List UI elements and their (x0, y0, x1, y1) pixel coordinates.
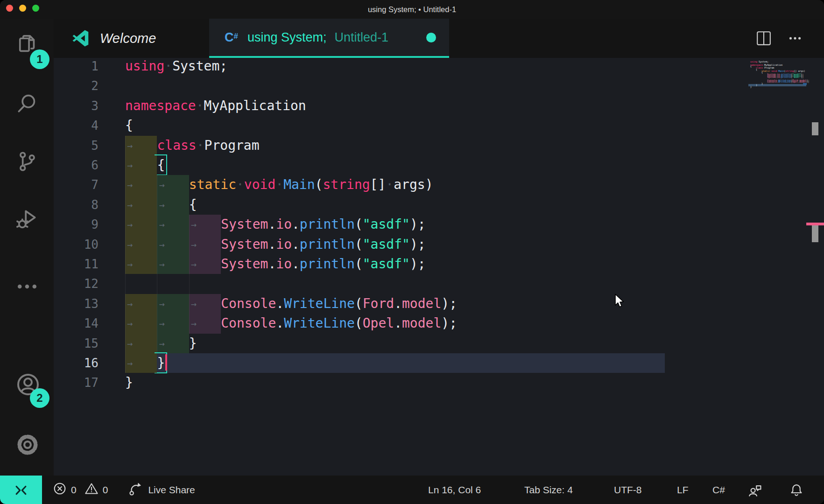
line-number[interactable]: 12 (54, 274, 99, 294)
settings-gear-icon[interactable] (15, 432, 39, 456)
code-line[interactable]: 16→} (54, 353, 824, 373)
tab-whitespace-icon: → (191, 215, 197, 234)
code-line[interactable]: 4{ (54, 116, 824, 135)
tab-size-status[interactable]: Tab Size: 4 (524, 476, 573, 504)
problems-status[interactable]: 0 0 Live Share (52, 476, 195, 504)
code-line[interactable]: 7→→static·void·Main(string[]·args) (54, 175, 824, 195)
code-line[interactable]: 5→class·Program (54, 136, 824, 155)
line-number[interactable]: 14 (54, 314, 99, 333)
remote-indicator[interactable] (0, 476, 42, 504)
window-title: using System; • Untitled-1 (0, 0, 824, 19)
line-number[interactable]: 15 (54, 334, 99, 353)
encoding-status[interactable]: UTF-8 (614, 476, 642, 504)
current-line-highlight (125, 353, 665, 373)
indent-block: → (189, 254, 221, 274)
code-editor[interactable]: 1using·System;23namespace·MyApplication4… (54, 58, 824, 476)
code-line[interactable]: 1using·System; (54, 58, 824, 76)
code-line-content: →} (125, 353, 167, 373)
code-token: System (221, 217, 268, 232)
code-line[interactable]: 8→→{ (54, 195, 824, 215)
line-number[interactable]: 8 (54, 195, 99, 215)
line-number[interactable]: 5 (54, 136, 99, 155)
run-debug-icon[interactable] (15, 207, 39, 231)
tab-welcome-label: Welcome (100, 31, 156, 46)
code-line-content: →→→Console.WriteLine(Ford.model); (125, 294, 457, 314)
line-number[interactable]: 3 (54, 96, 99, 116)
code-line[interactable]: 11→→→System.io.println("asdf"); (54, 254, 824, 274)
line-number[interactable]: 7 (54, 175, 99, 195)
line-number[interactable]: 1 (54, 58, 99, 76)
code-token: "asdf" (363, 256, 410, 272)
line-number[interactable]: 17 (54, 373, 99, 392)
tab-using-system-untitled-1[interactable]: C# using System; Untitled-1 (209, 19, 449, 58)
eol-status[interactable]: LF (677, 476, 689, 504)
code-line[interactable]: 12 (54, 274, 824, 294)
code-line[interactable]: 9→→→System.io.println("asdf"); (54, 215, 824, 234)
line-number[interactable]: 13 (54, 294, 99, 314)
split-editor-icon[interactable] (756, 30, 772, 46)
tab-bar: Welcome C# using System; Untitled-1 (54, 19, 824, 58)
code-line[interactable]: 15→→} (54, 334, 824, 353)
more-actions-icon[interactable] (787, 30, 803, 46)
code-line[interactable]: 17} (54, 373, 824, 392)
more-views-icon[interactable] (15, 274, 39, 299)
code-line-content: } (125, 373, 133, 392)
tab-whitespace-icon: → (127, 195, 133, 215)
language-mode-status[interactable]: C# (712, 476, 725, 504)
code-token: } (125, 375, 133, 390)
modified-dot-icon[interactable] (426, 33, 436, 42)
tab-whitespace-icon: → (159, 334, 164, 353)
code-token: Program (204, 138, 260, 153)
scrollbar-decoration-bottom[interactable] (812, 225, 818, 242)
line-number[interactable]: 16 (54, 353, 99, 373)
code-line[interactable]: 13→→→Console.WriteLine(Ford.model); (54, 294, 824, 314)
code-token: namespace (125, 98, 196, 113)
search-icon[interactable] (15, 91, 39, 116)
code-line[interactable]: 6→{ (54, 155, 824, 175)
code-token: args (394, 177, 425, 192)
code-token: . (268, 217, 276, 232)
code-line[interactable]: 2 (54, 76, 824, 96)
code-token: ); (410, 237, 426, 252)
code-token: ( (355, 217, 363, 232)
code-line-content: →→→System.io.println("asdf"); (125, 235, 426, 254)
line-number[interactable]: 2 (54, 76, 99, 96)
indent-block: → (125, 235, 157, 254)
indent-block: → (157, 195, 189, 215)
remote-icon (14, 483, 28, 497)
code-token: Console (221, 296, 276, 311)
titlebar[interactable]: using System; • Untitled-1 (0, 0, 824, 19)
code-token: · (386, 177, 394, 192)
tab-whitespace-icon: → (159, 294, 164, 314)
cursor-position-status[interactable]: Ln 16, Col 6 (428, 476, 481, 504)
code-token: class (157, 138, 196, 153)
code-token: MyApplication (204, 98, 306, 113)
code-line[interactable]: 14→→→Console.WriteLine(Opel.model); (54, 314, 824, 333)
line-number[interactable]: 4 (54, 116, 99, 135)
tab-whitespace-icon: → (127, 314, 133, 333)
line-number[interactable]: 10 (54, 235, 99, 254)
tab-title: using System; (247, 30, 327, 45)
scrollbar-decoration-top[interactable] (812, 122, 818, 135)
code-line[interactable]: 10→→→System.io.println("asdf"); (54, 235, 824, 254)
line-number[interactable]: 6 (54, 155, 99, 175)
code-token: System; (172, 58, 227, 74)
line-number[interactable]: 9 (54, 215, 99, 234)
code-line-content: →→{ (125, 195, 197, 215)
indent-block: → (189, 215, 221, 234)
code-token: } (189, 336, 197, 351)
indent-block: → (157, 235, 189, 254)
code-token: model (402, 296, 441, 311)
code-token: . (268, 237, 276, 252)
line-number[interactable]: 11 (54, 254, 99, 274)
feedback-icon[interactable] (747, 483, 763, 504)
tab-welcome[interactable]: Welcome (54, 19, 209, 58)
code-line-content: namespace·MyApplication (125, 96, 306, 116)
minimap-line: } (750, 86, 824, 88)
minimap[interactable]: using·System; namespace·MyApplication{ c… (750, 61, 824, 88)
indent-block: → (157, 314, 189, 333)
live-share-label[interactable]: Live Share (148, 484, 195, 496)
notifications-bell-icon[interactable] (789, 483, 804, 504)
source-control-icon[interactable] (15, 149, 39, 174)
code-line[interactable]: 3namespace·MyApplication (54, 96, 824, 116)
